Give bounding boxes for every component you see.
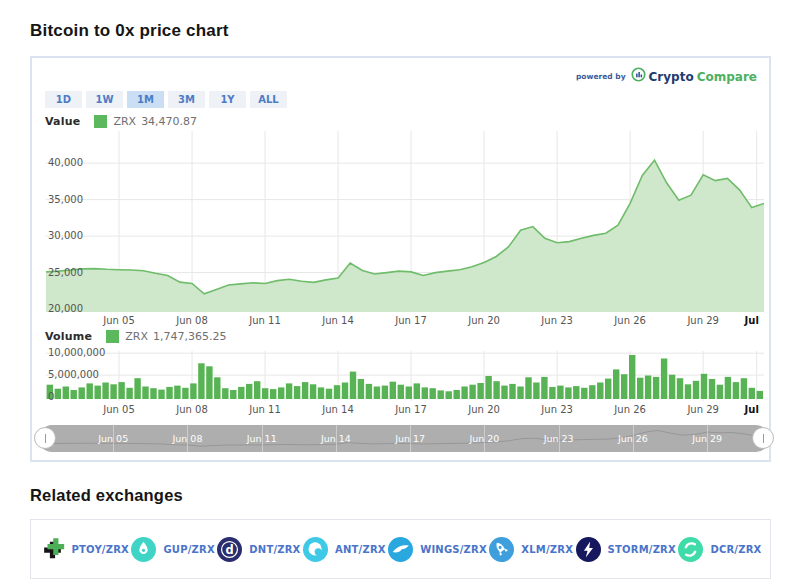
volume-current: 1,747,365.25 — [153, 330, 226, 343]
exchange-pair-label: PTOY/ZRX — [72, 544, 129, 555]
exchange-pair-label: WINGS/ZRX — [420, 544, 487, 555]
navigator-date-label: Jun 29 — [692, 433, 722, 444]
price-x-axis-label: Jun 08 — [176, 315, 208, 326]
price-chart-widget: powered by Crypto Compare 1D1W1M3M1YALL … — [30, 56, 771, 462]
price-x-axis-label: Jun 26 — [614, 315, 646, 326]
volume-x-axis-label: Jul — [745, 404, 759, 415]
exchange-pair-label: GUP/ZRX — [163, 544, 214, 555]
navigator-date-label: Jun 23 — [544, 433, 574, 444]
exchange-link-dcr-zrx[interactable]: DCR/ZRX — [678, 537, 761, 562]
volume-legend: Volume ZRX1,747,365.25 — [45, 330, 226, 343]
price-x-axis-label: Jun 05 — [103, 315, 135, 326]
price-x-axis-label: Jun 20 — [468, 315, 500, 326]
exchange-pair-label: XLM/ZRX — [521, 544, 573, 555]
volume-legend-label: Volume — [45, 330, 92, 343]
powered-by-text: powered by — [576, 72, 626, 81]
related-exchanges-list: PTOY/ZRXGUP/ZRXdDNT/ZRXANT/ZRXWINGS/ZRXX… — [30, 519, 771, 579]
price-x-axis-label: Jun 11 — [249, 315, 281, 326]
volume-x-axis-label: Jun 29 — [687, 404, 719, 415]
range-button-3m[interactable]: 3M — [168, 91, 205, 108]
wings-icon — [388, 537, 413, 562]
gup-icon — [131, 537, 156, 562]
brand-compare: Compare — [697, 70, 757, 84]
exchange-link-storm-zrx[interactable]: STORM/ZRX — [576, 537, 676, 562]
ant-icon — [303, 537, 328, 562]
svg-text:d: d — [226, 542, 234, 556]
dnt-icon: d — [217, 537, 242, 562]
exchange-link-ptoy-zrx[interactable]: PTOY/ZRX — [40, 537, 129, 562]
page-title: Bitcoin to 0x price chart — [30, 21, 229, 41]
volume-series-swatch-icon — [106, 330, 119, 343]
price-x-axis: Jun 05Jun 08Jun 11Jun 14Jun 17Jun 20Jun … — [46, 315, 764, 328]
price-x-axis-label: Jun 23 — [541, 315, 573, 326]
volume-x-axis-label: Jun 11 — [249, 404, 281, 415]
navigator-date-label: Jun 26 — [618, 433, 648, 444]
range-button-1w[interactable]: 1W — [86, 91, 123, 108]
price-x-axis-label: Jun 17 — [395, 315, 427, 326]
navigator-date-label: Jun 05 — [98, 433, 128, 444]
storm-icon — [576, 537, 601, 562]
value-series-swatch-icon — [94, 115, 107, 128]
brand-crypto: Crypto — [649, 70, 694, 84]
range-buttons: 1D1W1M3M1YALL — [45, 91, 287, 108]
exchange-link-ant-zrx[interactable]: ANT/ZRX — [303, 537, 386, 562]
value-legend: Value ZRX34,470.87 — [45, 115, 197, 128]
exchange-pair-label: ANT/ZRX — [335, 544, 386, 555]
range-button-all[interactable]: ALL — [250, 91, 287, 108]
powered-by-link[interactable]: powered by Crypto Compare — [576, 67, 757, 86]
exchange-pair-label: DCR/ZRX — [710, 544, 761, 555]
navigator-date-label: Jun 17 — [395, 433, 425, 444]
volume-x-axis-label: Jun 20 — [468, 404, 500, 415]
volume-legend-value: ZRX1,747,365.25 — [125, 330, 226, 343]
dcr-icon — [678, 537, 703, 562]
price-x-axis-label: Jul — [745, 315, 759, 326]
volume-x-axis-label: Jun 23 — [541, 404, 573, 415]
ptoy-icon — [40, 537, 65, 562]
exchange-link-dnt-zrx[interactable]: dDNT/ZRX — [217, 537, 300, 562]
range-button-1y[interactable]: 1Y — [209, 91, 246, 108]
value-legend-label: Value — [45, 115, 80, 128]
volume-x-axis-label: Jun 17 — [395, 404, 427, 415]
range-button-1d[interactable]: 1D — [45, 91, 82, 108]
volume-bars-svg — [46, 351, 764, 401]
volume-x-axis: Jun 05Jun 08Jun 11Jun 14Jun 17Jun 20Jun … — [46, 404, 764, 417]
price-x-axis-label: Jun 14 — [322, 315, 354, 326]
exchange-link-wings-zrx[interactable]: WINGS/ZRX — [388, 537, 487, 562]
volume-x-axis-label: Jun 26 — [614, 404, 646, 415]
related-exchanges-heading: Related exchanges — [30, 486, 183, 505]
navigator-date-label: Jun 20 — [469, 433, 499, 444]
range-navigator[interactable]: Jun 05Jun 08Jun 11Jun 14Jun 17Jun 20Jun … — [39, 425, 769, 452]
exchange-pair-label: DNT/ZRX — [249, 544, 300, 555]
volume-x-axis-label: Jun 14 — [322, 404, 354, 415]
range-button-1m[interactable]: 1M — [127, 91, 164, 108]
price-x-axis-label: Jun 29 — [687, 315, 719, 326]
volume-series-name: ZRX — [125, 330, 148, 343]
navigator-date-label: Jun 14 — [321, 433, 351, 444]
volume-x-axis-label: Jun 08 — [176, 404, 208, 415]
page: Bitcoin to 0x price chart powered by Cry… — [0, 0, 789, 585]
navigator-date-label: Jun 11 — [247, 433, 277, 444]
exchange-link-xlm-zrx[interactable]: XLM/ZRX — [489, 537, 573, 562]
volume-x-axis-label: Jun 05 — [103, 404, 135, 415]
price-chart[interactable]: 20,00025,00030,00035,00040,000 — [46, 131, 764, 312]
value-series-name: ZRX — [113, 115, 136, 128]
exchange-pair-label: STORM/ZRX — [608, 544, 676, 555]
value-current: 34,470.87 — [141, 115, 197, 128]
exchange-link-gup-zrx[interactable]: GUP/ZRX — [131, 537, 214, 562]
cryptocompare-logo-icon — [631, 67, 646, 86]
value-legend-value: ZRX34,470.87 — [113, 115, 197, 128]
xlm-icon — [489, 537, 514, 562]
navigator-right-handle[interactable] — [752, 427, 774, 449]
navigator-date-label: Jun 08 — [172, 433, 202, 444]
navigator-left-handle[interactable] — [34, 427, 56, 449]
volume-chart[interactable]: 10,000,0005,000,0000 — [46, 351, 764, 401]
price-chart-svg — [46, 131, 764, 312]
